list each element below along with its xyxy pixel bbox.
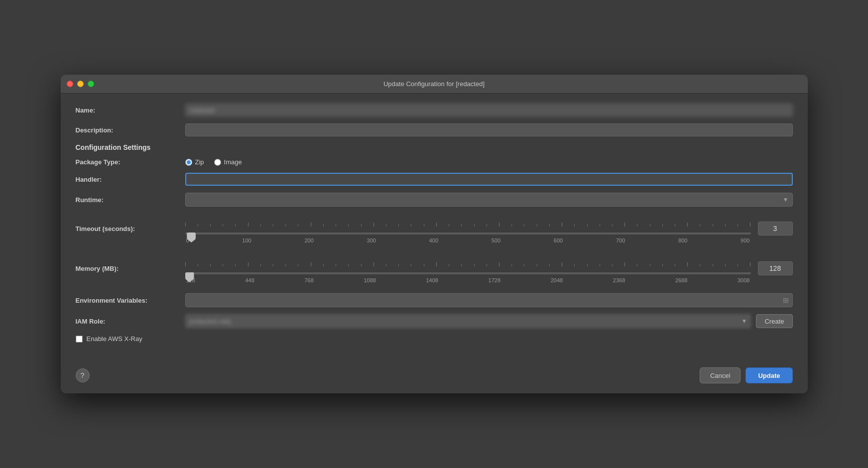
name-input[interactable]	[185, 104, 793, 117]
package-type-group: Zip Image	[185, 158, 242, 166]
titlebar: Update Configuration for [redacted]	[61, 75, 808, 94]
timeout-tick-400: 400	[429, 237, 438, 243]
runtime-select[interactable]	[185, 193, 793, 207]
timeout-range-wrapper	[185, 214, 751, 236]
image-radio[interactable]	[214, 159, 221, 166]
timeout-tick-100: 100	[242, 237, 251, 243]
dialog-window: Update Configuration for [redacted] Name…	[61, 75, 808, 393]
env-input-wrapper: ⊞	[185, 293, 793, 307]
iam-label: IAM Role:	[76, 318, 185, 325]
timeout-tick-200: 200	[304, 237, 313, 243]
env-row: Environment Variables: ⊞	[76, 293, 793, 307]
timeout-tick-800: 800	[678, 237, 687, 243]
maximize-button[interactable]	[88, 81, 94, 87]
name-label: Name:	[76, 107, 185, 114]
xray-label[interactable]: Enable AWS X-Ray	[87, 335, 142, 343]
form-content: Name: Description: Configuration Setting…	[61, 94, 808, 362]
xray-checkbox[interactable]	[76, 336, 83, 343]
zip-radio[interactable]	[185, 159, 192, 166]
memory-tick-1088: 1088	[364, 277, 375, 283]
timeout-tick-marks	[185, 223, 751, 228]
xray-row: Enable AWS X-Ray	[76, 335, 793, 343]
timeout-section: Timeout (seconds):	[76, 214, 793, 243]
timeout-tick-500: 500	[492, 237, 500, 243]
env-label: Environment Variables:	[76, 297, 185, 304]
timeout-slider-wrapper: 0 100 200 300 400 500 600 700 800 900	[185, 214, 751, 243]
footer: ? Cancel Update	[61, 362, 808, 393]
memory-value: 128	[758, 261, 793, 275]
traffic-lights	[67, 81, 94, 87]
memory-tick-3008: 3008	[738, 277, 749, 283]
description-input[interactable]	[185, 123, 793, 136]
timeout-tick-900: 900	[741, 237, 749, 243]
description-row: Description:	[76, 123, 793, 136]
help-button[interactable]: ?	[76, 368, 90, 382]
package-type-zip[interactable]: Zip	[185, 158, 204, 166]
timeout-label: Timeout (seconds):	[76, 225, 185, 233]
iam-row: IAM Role: [redacted role] ▼ Create	[76, 314, 793, 328]
handler-label: Handler:	[76, 176, 185, 183]
timeout-value: 3	[758, 222, 793, 235]
memory-tick-1408: 1408	[426, 277, 438, 283]
memory-tick-768: 768	[304, 277, 313, 283]
memory-labels: 128 448 768 1088 1408 1728 2048 2368 268…	[185, 277, 751, 283]
window-title: Update Configuration for [redacted]	[383, 80, 485, 88]
memory-section: Memory (MB):	[76, 253, 793, 283]
create-button[interactable]: Create	[756, 314, 792, 328]
timeout-tick-600: 600	[554, 237, 563, 243]
memory-tick-marks	[185, 262, 751, 267]
memory-tick-2048: 2048	[551, 277, 563, 283]
iam-select[interactable]: [redacted role]	[185, 314, 751, 328]
description-label: Description:	[76, 126, 185, 134]
iam-select-wrapper: [redacted role] ▼	[185, 314, 751, 328]
runtime-row: Runtime: ▼	[76, 193, 793, 207]
timeout-slider[interactable]	[185, 233, 751, 234]
memory-slider-wrapper: 128 448 768 1088 1408 1728 2048 2368 268…	[185, 253, 751, 283]
memory-tick-448: 448	[245, 277, 254, 283]
section-header: Configuration Settings	[76, 143, 793, 151]
memory-tick-1728: 1728	[489, 277, 500, 283]
memory-ticks-area	[185, 253, 751, 267]
name-row: Name:	[76, 104, 793, 117]
env-input[interactable]	[185, 293, 793, 307]
timeout-tick-300: 300	[367, 237, 376, 243]
memory-tick-2368: 2368	[613, 277, 625, 283]
footer-buttons: Cancel Update	[700, 367, 793, 383]
memory-slider[interactable]	[185, 272, 751, 274]
minimize-button[interactable]	[77, 81, 84, 87]
env-icon: ⊞	[783, 296, 789, 304]
package-type-row: Package Type: Zip Image	[76, 158, 793, 166]
cancel-button[interactable]: Cancel	[700, 367, 741, 383]
memory-range-wrapper	[185, 253, 751, 276]
memory-tick-2688: 2688	[675, 277, 687, 283]
handler-input[interactable]	[185, 173, 793, 186]
close-button[interactable]	[67, 81, 73, 87]
timeout-ticks-area	[185, 214, 751, 228]
runtime-select-wrapper: ▼	[185, 193, 793, 207]
memory-label: Memory (MB):	[76, 265, 185, 272]
update-button[interactable]: Update	[745, 367, 792, 383]
handler-row: Handler:	[76, 173, 793, 186]
timeout-labels: 0 100 200 300 400 500 600 700 800 900	[185, 237, 751, 243]
package-type-label: Package Type:	[76, 158, 185, 166]
timeout-tick-700: 700	[616, 237, 625, 243]
package-type-image[interactable]: Image	[214, 158, 242, 166]
runtime-label: Runtime:	[76, 196, 185, 204]
